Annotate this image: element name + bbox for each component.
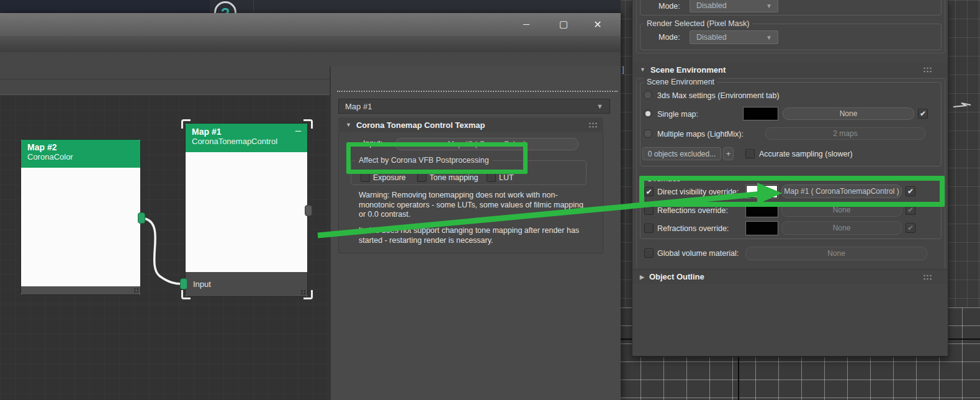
check-icon: ✔: [907, 206, 914, 214]
node-map2-title: Map #2: [27, 142, 140, 152]
tonemapping-label: Tone mapping: [429, 173, 479, 182]
app-topbar-right: ?: [210, 0, 621, 13]
refractions-label: Refractions override:: [657, 224, 729, 233]
warning-text-2: It also does not support changing tone m…: [359, 226, 583, 245]
accurate-sampling-label: Accurate sampling (slower): [759, 150, 853, 158]
screen: ne ] ? ─ ▢ ✕ Map #2 CoronaColor: [0, 0, 980, 400]
app-topbar-left: [0, 0, 210, 13]
global-volume-checkbox[interactable]: [644, 248, 654, 258]
parameter-panel: Map #1 ▼ ▼ Corona Tonemap Control Texmap…: [331, 66, 621, 400]
lut-label: LUT: [499, 173, 514, 182]
mode-value-1: Disabled: [696, 1, 727, 10]
single-map-enable-checkbox[interactable]: ✔: [918, 109, 928, 119]
single-map-color-swatch[interactable]: [743, 107, 778, 120]
minimize-button[interactable]: ─: [517, 16, 536, 32]
mode-groupbox-1: [640, 0, 942, 16]
rollout-grip-icon[interactable]: [923, 66, 933, 73]
object-outline-title: Object Outline: [649, 272, 704, 281]
node-map1-title: Map #1: [192, 127, 307, 137]
close-button[interactable]: ✕: [588, 16, 607, 32]
refractions-map-button[interactable]: None: [781, 221, 902, 235]
exclude-add-button[interactable]: +: [723, 147, 734, 160]
rollout-closed-icon: ▶: [640, 274, 644, 280]
slate-editor-window: ─ ▢ ✕ Map #2 CoronaColor M: [0, 13, 621, 400]
mode-combo-1[interactable]: Disabled ▼: [690, 0, 778, 12]
annotation-rect-direct-visibility: [639, 176, 945, 207]
exposure-label: Exposure: [373, 173, 406, 182]
refractions-swatch[interactable]: [745, 221, 778, 235]
radio-multiple-label: Multiple maps (LightMix):: [657, 130, 744, 139]
rollout-title: Corona Tonemap Control Texmap: [356, 120, 485, 130]
rollout-open-icon: ▼: [346, 122, 351, 128]
check-icon: ✔: [920, 110, 926, 117]
panel-dotted-divider[interactable]: [337, 91, 618, 92]
rollout-header-object-outline[interactable]: ▶ Object Outline: [632, 269, 948, 284]
rollout-header-tonemap[interactable]: ▼ Corona Tonemap Control Texmap: [338, 117, 603, 132]
chevron-down-icon: ▼: [766, 2, 772, 9]
maximize-button[interactable]: ▢: [554, 16, 573, 32]
lut-checkbox[interactable]: [487, 173, 496, 182]
radio-multiple-maps[interactable]: [644, 129, 652, 138]
rollout-header-scene-environment[interactable]: ▼ Scene Environment: [632, 62, 948, 77]
multiple-maps-button[interactable]: 2 maps: [765, 127, 925, 140]
mode-label-1: Mode:: [659, 2, 680, 11]
radio-single-map[interactable]: [644, 109, 652, 118]
radio-3dsmax-settings[interactable]: [644, 91, 652, 99]
global-volume-label: Global volume material:: [657, 249, 739, 258]
pixel-mask-title: Render Selected (Pixel Mask): [644, 19, 752, 28]
mode-combo-2[interactable]: Disabled ▼: [690, 30, 778, 44]
reflections-checkbox[interactable]: [644, 206, 654, 215]
viewport-arrow-marker: [952, 101, 973, 111]
node-map2-resize-grip[interactable]: [133, 288, 139, 293]
map-selector-value: Map #1: [345, 102, 372, 111]
chevron-down-icon: ▼: [766, 34, 772, 41]
node-map1-resize-grip[interactable]: [300, 289, 306, 295]
exposure-checkbox[interactable]: [361, 173, 370, 182]
node-collapse-icon[interactable]: ─: [295, 126, 301, 135]
accurate-sampling-checkbox[interactable]: [745, 149, 755, 158]
radio-single-label: Single map:: [657, 110, 698, 119]
help-icon[interactable]: ?: [214, 1, 236, 13]
toolbar-separator: [253, 0, 254, 13]
radio-3dsmax-label: 3ds Max settings (Environment tab): [657, 91, 780, 100]
mode-value-2: Disabled: [696, 33, 727, 42]
node-map1-input-row[interactable]: Input: [186, 272, 307, 296]
node-map2[interactable]: Map #2 CoronaColor: [20, 139, 141, 295]
node-map1-header[interactable]: Map #1 CoronaTonemapControl ─: [186, 124, 307, 152]
node-map1[interactable]: Map #1 CoronaTonemapControl ─ Input: [185, 123, 308, 297]
global-volume-button[interactable]: None: [745, 247, 927, 260]
node-map2-output-socket[interactable]: [138, 212, 145, 224]
rollout-grip-icon[interactable]: [588, 122, 598, 129]
rollout-grip-icon[interactable]: [923, 274, 933, 281]
scene-env-group-title: Scene Environment: [644, 78, 717, 86]
node-map1-output-socket[interactable]: [305, 205, 312, 216]
chevron-down-icon: ▼: [596, 102, 603, 110]
reflections-label: Reflections override:: [657, 206, 728, 215]
annotation-rect-affect-group: [346, 142, 528, 174]
node-map2-header[interactable]: Map #2 CoronaColor: [21, 140, 140, 168]
refractions-enable-checkbox[interactable]: ✔: [906, 223, 915, 233]
objects-excluded-button[interactable]: 0 objects excluded...: [642, 147, 721, 160]
single-map-button[interactable]: None: [783, 107, 914, 120]
tonemapping-checkbox[interactable]: [417, 173, 426, 182]
node-map2-type: CoronaColor: [27, 152, 140, 161]
node-map1-input-socket[interactable]: [180, 278, 187, 289]
node-map2-footer[interactable]: [21, 286, 140, 294]
map-selector-dropdown[interactable]: Map #1 ▼: [338, 99, 610, 114]
refractions-checkbox[interactable]: [644, 224, 654, 233]
rollout-open-icon: ▼: [640, 66, 645, 73]
node-map1-input-label: Input: [193, 280, 211, 289]
node-map1-type: CoronaTonemapControl: [192, 137, 307, 146]
warning-text-1: Warning: Removing tonemapping does not w…: [359, 191, 583, 220]
window-menubar: [0, 36, 621, 52]
check-icon: ✔: [907, 224, 914, 232]
mode-label-2: Mode:: [659, 33, 680, 42]
scene-environment-title: Scene Environment: [650, 65, 726, 75]
